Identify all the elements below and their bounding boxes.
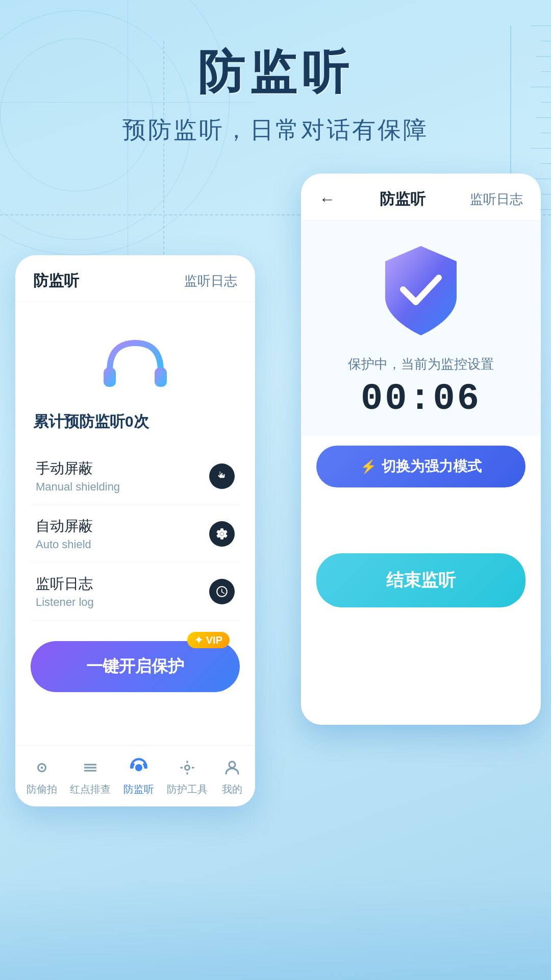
phone-left-mockup: 防监听 监听日志 <box>15 255 255 806</box>
svg-point-2 <box>220 532 224 536</box>
profile-nav-icon <box>220 756 244 779</box>
manual-shield-icon <box>209 463 235 489</box>
menu-item-auto[interactable]: 自动屏蔽 Auto shield <box>31 505 240 563</box>
menu-auto-main: 自动屏蔽 <box>36 517 209 536</box>
menu-list: 手动屏蔽 Manual shielding 自动屏蔽 Auto shield <box>31 448 240 621</box>
svg-point-5 <box>136 765 141 770</box>
camera-nav-label: 防偷拍 <box>27 782 57 796</box>
left-phone-header: 防监听 监听日志 <box>15 255 255 302</box>
svg-point-6 <box>185 766 189 770</box>
menu-log-main: 监听日志 <box>36 574 209 594</box>
right-phone-title: 防监听 <box>380 189 425 210</box>
tools-nav-icon <box>176 756 199 779</box>
svg-rect-0 <box>104 368 116 387</box>
nav-item-profile[interactable]: 我的 <box>220 756 244 796</box>
protecting-text: 保护中，当前为监控设置 <box>311 355 531 373</box>
redpoint-nav-label: 红点排查 <box>70 782 111 796</box>
nav-item-tools[interactable]: 防护工具 <box>167 756 208 796</box>
camera-nav-icon <box>30 756 54 779</box>
shield-area: 保护中，当前为监控设置 00:06 <box>301 220 541 435</box>
menu-manual-main: 手动屏蔽 <box>36 459 209 478</box>
vip-badge: ✦ VIP <box>187 632 230 648</box>
menu-item-log[interactable]: 监听日志 Listener log <box>31 563 240 621</box>
strong-mode-label: 切换为强力模式 <box>382 457 482 476</box>
left-phone-content: 累计预防监听0次 手动屏蔽 Manual shielding <box>15 302 255 702</box>
nav-item-camera[interactable]: 防偷拍 <box>27 756 57 796</box>
svg-point-7 <box>229 762 235 768</box>
menu-auto-sub: Auto shield <box>36 538 209 551</box>
tools-nav-label: 防护工具 <box>167 782 208 796</box>
left-phone-title: 防监听 <box>33 271 79 291</box>
headphone-icon-area <box>31 312 240 411</box>
menu-log-sub: Listener log <box>36 596 209 609</box>
stats-text: 累计预防监听0次 <box>31 411 240 432</box>
nav-item-monitor[interactable]: 防监听 <box>123 756 154 796</box>
auto-shield-icon <box>209 521 235 547</box>
strong-mode-button[interactable]: ⚡ 切换为强力模式 <box>316 446 525 487</box>
svg-point-4 <box>41 767 43 769</box>
back-button[interactable]: ← <box>319 190 335 209</box>
phones-container: 防监听 监听日志 <box>0 174 551 980</box>
left-phone-log-link[interactable]: 监听日志 <box>184 272 237 290</box>
one-click-protect-button[interactable]: 一键开启保护 <box>31 641 240 692</box>
menu-manual-sub: Manual shielding <box>36 480 209 494</box>
bottom-navigation: 防偷拍 红点排查 <box>15 745 255 806</box>
end-monitor-button[interactable]: 结束监听 <box>316 553 525 607</box>
headphone-icon <box>99 333 171 394</box>
nav-item-redpoint[interactable]: 红点排查 <box>70 756 111 796</box>
right-phone-header: ← 防监听 监听日志 <box>301 174 541 220</box>
bottom-background-gradient <box>0 878 551 980</box>
monitor-nav-label: 防监听 <box>123 782 154 796</box>
monitor-nav-icon <box>127 756 151 779</box>
redpoint-nav-icon <box>79 756 102 779</box>
header-area: 防监听 预防监听，日常对话有保障 <box>0 41 551 146</box>
menu-item-manual[interactable]: 手动屏蔽 Manual shielding <box>31 448 240 505</box>
page-sub-title: 预防监听，日常对话有保障 <box>0 114 551 146</box>
page-main-title: 防监听 <box>0 41 551 104</box>
shield-icon <box>375 241 467 343</box>
timer-display: 00:06 <box>311 378 531 420</box>
svg-rect-1 <box>155 368 167 387</box>
right-phone-log-link[interactable]: 监听日志 <box>470 190 523 208</box>
profile-nav-label: 我的 <box>222 782 242 796</box>
listener-log-icon <box>209 579 235 604</box>
strong-mode-icon: ⚡ <box>360 459 377 475</box>
shield-icon-container <box>375 241 467 345</box>
protect-button-area: ✦ VIP 一键开启保护 <box>31 641 240 692</box>
phone-right-mockup: ← 防监听 监听日志 <box>301 174 541 725</box>
